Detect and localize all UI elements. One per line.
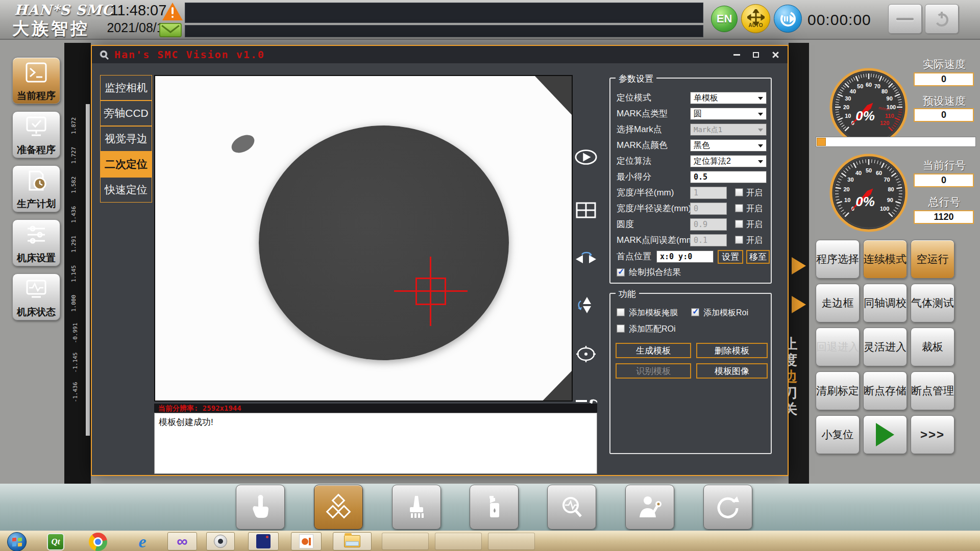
svg-text:70: 70: [884, 177, 890, 183]
trace-frame-button[interactable]: 走边框: [816, 284, 860, 322]
start-button[interactable]: [7, 532, 27, 551]
speed-override-slider[interactable]: [816, 137, 976, 147]
taskbar-file-explorer-item[interactable]: [333, 532, 372, 550]
taskbar-background-item[interactable]: [435, 533, 482, 550]
taskbar-qt-icon[interactable]: Qt: [47, 533, 64, 550]
dialog-minimize-button[interactable]: [729, 49, 744, 60]
dialog-titlebar[interactable]: Han's SMC Vision v1.0: [92, 46, 788, 63]
manual-control-button[interactable]: [236, 485, 285, 530]
width-radius-enable-checkbox[interactable]: [735, 188, 743, 196]
cleaning-button[interactable]: [392, 485, 441, 530]
dry-run-button[interactable]: 空运行: [911, 240, 954, 279]
first-point-move-button[interactable]: 移至: [746, 250, 770, 264]
run-capture-button[interactable]: [575, 146, 597, 168]
draw-fit-result-label: 绘制拟合结果: [629, 268, 681, 277]
taskbar-office-app-item[interactable]: [291, 532, 322, 550]
tab-side-axis-ccd[interactable]: 旁轴CCD: [100, 101, 152, 126]
sidebar-item-machine-status[interactable]: 机床状态: [12, 273, 60, 320]
sidebar-item-production-plan[interactable]: 生产计划: [12, 165, 60, 212]
slider-handle[interactable]: [817, 138, 826, 146]
diagnostics-button[interactable]: [547, 485, 596, 530]
minimize-system-button[interactable]: [888, 4, 922, 34]
power-icon: [933, 10, 950, 28]
back-entry-button: 回退进入: [816, 328, 860, 366]
grid-view-button[interactable]: [575, 199, 597, 221]
flexible-entry-button[interactable]: 灵活进入: [863, 328, 907, 366]
target-center-button[interactable]: [575, 343, 597, 365]
start-run-button[interactable]: [863, 415, 907, 454]
taskbar-ie-icon[interactable]: e: [133, 532, 152, 551]
small-reset-button[interactable]: 小复位: [816, 415, 860, 454]
program-select-button[interactable]: 程序选择: [816, 240, 860, 279]
cycle-timer: 00:00:00: [807, 11, 871, 29]
message-envelope-icon[interactable]: [159, 23, 182, 37]
svg-text:0%: 0%: [855, 194, 875, 209]
folder-icon: [344, 535, 360, 547]
tab-vision-edge-find[interactable]: 视觉寻边: [100, 126, 152, 152]
template-image-button[interactable]: 模板图像: [696, 363, 768, 379]
positioning-algorithm-select[interactable]: 定位算法2: [690, 155, 767, 167]
dialog-maximize-button[interactable]: [749, 49, 763, 60]
first-point-set-button[interactable]: 设置: [718, 250, 743, 264]
lubrication-button[interactable]: [470, 485, 519, 530]
preset-speed-value[interactable]: 0: [914, 108, 974, 122]
nesting-parts-button[interactable]: [314, 485, 363, 530]
monitor-pulse-icon: [24, 277, 48, 301]
breakpoint-manage-button[interactable]: 断点管理: [911, 371, 954, 410]
taskbar-chrome-icon[interactable]: [89, 533, 107, 551]
roundness-enable-checkbox[interactable]: [735, 220, 743, 228]
continuous-mode-button[interactable]: 连续模式: [863, 240, 907, 279]
add-match-roi-checkbox[interactable]: [617, 324, 625, 333]
gas-test-button[interactable]: 气体测试: [911, 284, 954, 322]
sidebar-item-current-program[interactable]: 当前程序: [12, 57, 60, 104]
reset-refresh-button[interactable]: [703, 485, 752, 530]
taskbar-webcam-app-item[interactable]: [206, 532, 235, 550]
coaxial-calibration-button[interactable]: 同轴调校: [863, 284, 907, 322]
camera-image-viewport[interactable]: [154, 75, 573, 402]
breakpoint-save-button[interactable]: 断点存储: [863, 371, 907, 410]
taskbar-visual-studio-item[interactable]: ∞: [167, 532, 197, 550]
clean-calibration-button[interactable]: 清刷标定: [816, 371, 860, 410]
tab-secondary-positioning[interactable]: 二次定位: [100, 152, 152, 177]
svg-text:20: 20: [843, 186, 849, 192]
first-point-position-input[interactable]: x:0 y:0: [656, 251, 714, 263]
windows-flag-icon: [12, 543, 16, 547]
draw-fit-result-checkbox[interactable]: [617, 268, 625, 277]
positioning-mode-select[interactable]: 单模板: [690, 92, 767, 104]
sidebar-item-label: 准备程序: [12, 143, 61, 157]
enable-label: 开启: [746, 220, 763, 229]
sidebar-item-machine-settings[interactable]: 机床设置: [12, 219, 60, 266]
mark-color-select[interactable]: 黑色: [690, 139, 767, 152]
cut-board-button[interactable]: 裁板: [911, 328, 954, 366]
add-template-roi-checkbox[interactable]: [691, 308, 699, 316]
flip-vertical-button[interactable]: [575, 294, 597, 316]
more-functions-button[interactable]: >>>: [911, 415, 954, 454]
add-template-mask-checkbox[interactable]: [617, 308, 625, 316]
occluded-button-text: 刀: [789, 384, 797, 402]
min-score-input[interactable]: 0.5: [690, 171, 767, 183]
taskbar-cad-app-item[interactable]: [248, 532, 279, 550]
cycle-run-button[interactable]: [774, 5, 802, 33]
oil-can-icon: [481, 494, 507, 520]
generate-template-button[interactable]: 生成模板: [616, 343, 691, 358]
ruler-label: 1.000: [70, 295, 77, 312]
maintenance-button[interactable]: [625, 485, 674, 530]
taskbar-background-item[interactable]: [488, 533, 535, 550]
delete-template-button[interactable]: 删除模板: [696, 343, 768, 358]
group-title: 参数设置: [616, 73, 656, 85]
taskbar-background-item[interactable]: [382, 533, 429, 550]
tab-quick-positioning[interactable]: 快速定位: [100, 177, 152, 203]
language-en-button[interactable]: EN: [711, 6, 738, 32]
mark-spacing-error-enable-checkbox[interactable]: [735, 236, 743, 244]
tab-monitor-camera[interactable]: 监控相机: [100, 75, 152, 101]
power-button[interactable]: [925, 4, 959, 34]
sliders-icon: [24, 222, 48, 247]
brush-icon: [403, 494, 430, 520]
sidebar-item-prepare-program[interactable]: 准备程序: [12, 111, 60, 158]
param-label: 宽度/半径误差(mm): [617, 203, 691, 215]
auto-mode-button[interactable]: AUTO: [741, 4, 770, 33]
width-radius-error-enable-checkbox[interactable]: [735, 204, 743, 212]
mark-type-select[interactable]: 圆: [690, 108, 767, 120]
dialog-close-button[interactable]: [768, 49, 782, 60]
flip-horizontal-button[interactable]: [575, 248, 597, 270]
